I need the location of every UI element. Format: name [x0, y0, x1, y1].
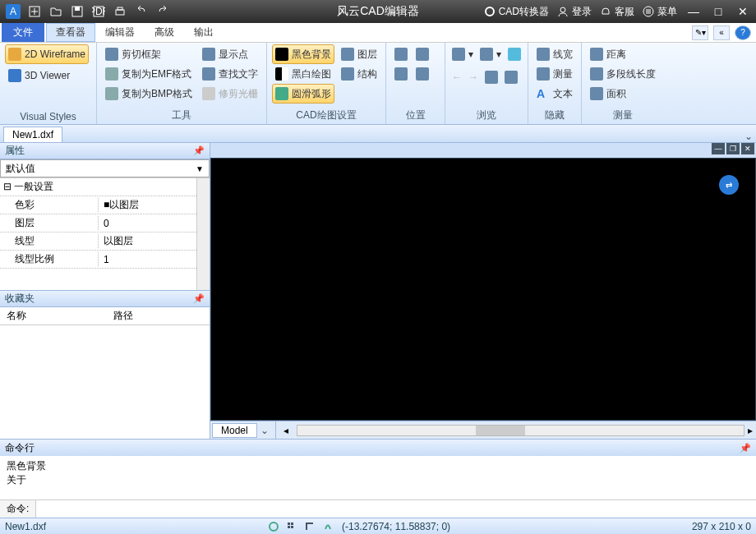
canvas-footer: Model ⌄ ◂ ▸: [210, 421, 756, 439]
side-panel: 属性📌 默认值▼ ⊟ 一般设置 色彩■以图层 图层0 线型以图层 线型比例1 收…: [0, 143, 210, 439]
hscroll-left[interactable]: ◂: [280, 425, 292, 436]
print-icon[interactable]: [112, 3, 128, 20]
setting-layers[interactable]: 图层: [338, 44, 380, 64]
measure-distance[interactable]: 距离: [587, 44, 659, 64]
tool-show-point[interactable]: 显示点: [199, 44, 261, 64]
command-prompt-label: 命令:: [0, 500, 36, 518]
drawing-canvas[interactable]: ⇄: [210, 158, 756, 421]
menu-editor[interactable]: 编辑器: [95, 23, 145, 42]
new-icon[interactable]: [26, 3, 43, 20]
position-tool-1[interactable]: [391, 44, 432, 64]
expand-ribbon-button[interactable]: «: [713, 25, 730, 40]
favorites-pin-icon[interactable]: 📌: [193, 293, 205, 304]
svg-rect-20: [288, 526, 290, 528]
properties-selector[interactable]: 默认值▼: [0, 159, 210, 177]
linewidth-icon: [537, 48, 550, 61]
model-tab[interactable]: Model: [212, 423, 257, 438]
nav-tool-2[interactable]: [503, 67, 519, 87]
canvas-close-icon[interactable]: ✕: [741, 143, 754, 154]
maximize-button[interactable]: □: [710, 3, 726, 20]
fav-col-name[interactable]: 名称: [0, 309, 107, 323]
status-grid-icon[interactable]: [286, 521, 297, 532]
arc-icon: [275, 87, 288, 100]
save-icon[interactable]: [69, 3, 85, 20]
properties-pin-icon[interactable]: 📌: [193, 145, 205, 156]
status-icon-1[interactable]: [268, 521, 279, 532]
status-filename: New1.dxf: [5, 521, 235, 532]
canvas-badge-icon[interactable]: ⇄: [719, 175, 739, 195]
save-pdf-icon[interactable]: PDF: [90, 3, 107, 20]
find-icon: [202, 67, 215, 81]
minimize-button[interactable]: —: [685, 3, 702, 20]
visual-3d-viewer[interactable]: 3D Viewer: [5, 66, 89, 85]
zoom-out[interactable]: ▾: [478, 44, 503, 64]
measure-area[interactable]: 面积: [587, 84, 659, 104]
nav-back: ←: [450, 67, 463, 87]
layers-icon: [341, 48, 354, 61]
hscroll-right[interactable]: ▸: [744, 425, 756, 436]
setting-bw-draw[interactable]: 黑白绘图: [272, 64, 334, 84]
setting-smooth-arc[interactable]: 圆滑弧形: [272, 84, 334, 104]
support-button[interactable]: 客服: [600, 5, 634, 19]
structure-icon: [341, 67, 354, 81]
area-icon: [590, 87, 603, 100]
zoom-in[interactable]: ▾: [450, 44, 475, 64]
trim-icon: [202, 87, 215, 100]
status-snap-icon[interactable]: [322, 521, 334, 532]
setting-structure[interactable]: 结构: [338, 64, 380, 84]
undo-icon[interactable]: [133, 3, 150, 20]
properties-scrollbar[interactable]: [196, 178, 210, 290]
fav-col-path[interactable]: 路径: [107, 309, 133, 323]
svg-point-11: [486, 7, 494, 16]
pos-icon: [394, 48, 408, 61]
nav1-icon: [485, 71, 498, 84]
help-button[interactable]: ?: [735, 25, 751, 40]
canvas-restore-icon[interactable]: ❐: [726, 143, 740, 154]
canvas-hscrollbar[interactable]: [297, 425, 744, 436]
menu-button[interactable]: 菜单: [643, 5, 677, 19]
close-button[interactable]: ✕: [735, 3, 751, 20]
svg-point-12: [560, 7, 565, 12]
polyline-icon: [590, 67, 603, 81]
pan-tool[interactable]: [506, 44, 523, 64]
toolbar-options-button[interactable]: ✎▾: [692, 25, 708, 40]
text-icon: A: [537, 87, 550, 100]
hide-linewidth[interactable]: 线宽: [533, 44, 576, 64]
svg-rect-19: [291, 522, 293, 525]
properties-table: ⊟ 一般设置 色彩■以图层 图层0 线型以图层 线型比例1: [0, 177, 210, 290]
command-pin-icon[interactable]: 📌: [740, 443, 751, 453]
svg-text:A: A: [10, 6, 16, 17]
tool-copy-emf[interactable]: 复制为EMF格式: [102, 64, 196, 84]
position-tool-2[interactable]: [391, 64, 432, 84]
visual-2d-wireframe[interactable]: 2D Wireframe: [5, 44, 89, 64]
menu-advanced[interactable]: 高级: [145, 23, 184, 42]
hide-measure[interactable]: 测量: [533, 64, 576, 84]
group-hide: 隐藏: [533, 108, 576, 123]
file-tab[interactable]: New1.dxf: [3, 127, 62, 142]
menu-file[interactable]: 文件: [2, 23, 44, 42]
redo-icon[interactable]: [154, 3, 171, 20]
login-button[interactable]: 登录: [557, 5, 592, 19]
tabstrip-chevron[interactable]: ⌄: [741, 131, 756, 142]
command-input[interactable]: [36, 504, 756, 515]
tool-find-text[interactable]: 查找文字: [199, 64, 261, 84]
modeltab-chevron[interactable]: ⌄: [257, 425, 272, 436]
tool-clip-frame[interactable]: 剪切框架: [102, 44, 196, 64]
tool-copy-bmp[interactable]: 复制为BMP格式: [102, 84, 196, 104]
app-icon[interactable]: A: [5, 3, 21, 20]
open-icon[interactable]: [48, 3, 64, 20]
pos2-icon: [416, 48, 429, 61]
menu-viewer[interactable]: 查看器: [46, 23, 95, 42]
nav-tool-1[interactable]: [483, 67, 500, 87]
cad-converter-button[interactable]: CAD转换器: [484, 5, 549, 19]
clip-icon: [105, 48, 118, 61]
group-cad-settings: CAD绘图设置: [272, 108, 380, 123]
canvas-min-icon[interactable]: —: [712, 143, 725, 154]
menu-output[interactable]: 输出: [184, 23, 224, 42]
hide-text[interactable]: A文本: [533, 84, 576, 104]
status-ortho-icon[interactable]: [304, 521, 316, 532]
command-history: 黑色背景 关于: [0, 456, 756, 499]
measure-polyline[interactable]: 多段线长度: [587, 64, 659, 84]
group-visual-styles: Visual Styles: [5, 110, 91, 123]
setting-black-bg[interactable]: 黑色背景: [272, 44, 334, 64]
